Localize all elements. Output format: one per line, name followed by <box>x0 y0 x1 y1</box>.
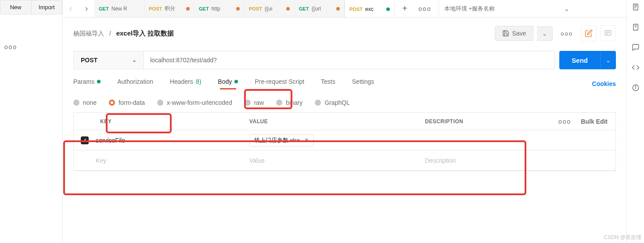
comment-icon <box>604 29 612 37</box>
method-label: POST <box>249 6 262 11</box>
modified-dot-icon <box>286 7 290 11</box>
method-label: POST <box>149 6 162 11</box>
tab-settings[interactable]: Settings <box>352 78 374 89</box>
breadcrumb-separator: / <box>109 30 111 37</box>
modified-dot-icon <box>386 7 390 11</box>
file-chip: 线上门店参数.xlsx ✕ <box>249 134 314 147</box>
tab-nav-prev[interactable]: ‹ <box>63 0 79 17</box>
tab-title: {{url <box>312 6 321 12</box>
tab-title: {{ui <box>265 6 272 12</box>
edit-icon-button[interactable] <box>581 25 597 41</box>
method-label: POST <box>349 7 363 12</box>
body-type-urlencoded[interactable]: x-www-form-urlencoded <box>157 99 232 106</box>
body-types: none form-data x-www-form-urlencoded raw… <box>73 99 616 106</box>
request-tabs: Params Authorization Headers 8) Body Pre… <box>73 78 616 89</box>
radio-off-icon <box>245 100 251 106</box>
save-label: Save <box>512 30 526 37</box>
tab-tests[interactable]: Tests <box>321 78 335 89</box>
body-type-raw[interactable]: raw <box>245 99 264 106</box>
tab-item[interactable]: POST{{ui <box>245 0 295 17</box>
method-label: GET <box>199 6 209 11</box>
chat-icon[interactable] <box>630 42 641 53</box>
svg-rect-7 <box>633 24 638 30</box>
radio-off-icon <box>157 100 163 106</box>
tab-item[interactable]: POSTexc <box>345 0 395 17</box>
row-value[interactable]: 线上门店参数.xlsx ✕ <box>249 134 425 147</box>
tab-body[interactable]: Body <box>218 78 238 89</box>
environment-select[interactable]: 本地环境 +服务名称 ⌄ <box>439 0 575 17</box>
tabs-bar: ‹ › GETNew RPOST积分GEThttpPOST{{uiGET{{ur… <box>63 0 626 18</box>
dot-indicator-icon <box>97 80 101 83</box>
bulk-edit-button[interactable]: Bulk Edit <box>581 118 608 125</box>
tab-title: exc <box>365 6 374 12</box>
modified-dot-icon <box>186 7 190 11</box>
chevron-down-icon: ⌄ <box>564 5 569 12</box>
row-checkbox[interactable]: ✓ <box>74 136 96 144</box>
title-more-icon[interactable]: ooo <box>556 28 577 39</box>
body-type-none[interactable]: none <box>73 99 97 106</box>
save-icon <box>502 30 509 37</box>
tab-title: 积分 <box>165 5 175 12</box>
method-value: POST <box>81 57 97 64</box>
save-dropdown-button[interactable]: ⌄ <box>537 26 553 41</box>
form-data-table: KEY VALUE DESCRIPTION ooo Bulk Edit ✓ se… <box>73 112 616 171</box>
table-more-icon[interactable]: ooo <box>558 118 571 125</box>
import-button[interactable]: Import <box>31 0 63 14</box>
placeholder-key: Key <box>96 157 249 164</box>
svg-rect-0 <box>605 31 611 36</box>
body-type-form-data[interactable]: form-data <box>109 99 145 106</box>
tab-nav-next[interactable]: › <box>79 0 94 17</box>
code-icon[interactable] <box>630 62 641 73</box>
breadcrumb-folder[interactable]: 杨国福导入 <box>73 30 104 37</box>
radio-off-icon <box>73 100 79 106</box>
placeholder-description: Description <box>425 157 615 164</box>
col-header-value: VALUE <box>249 118 425 125</box>
radio-on-icon <box>109 100 115 106</box>
new-button[interactable]: New <box>0 0 31 14</box>
note-icon[interactable] <box>630 22 641 32</box>
checkbox-on-icon: ✓ <box>81 136 89 144</box>
tab-item[interactable]: GETNew R <box>94 0 144 17</box>
tab-item[interactable]: GET{{url <box>295 0 345 17</box>
tab-params[interactable]: Params <box>73 78 101 89</box>
pencil-icon <box>585 29 593 37</box>
tabs-more-icon[interactable]: ooo <box>415 0 435 17</box>
col-header-description: DESCRIPTION <box>425 118 541 125</box>
tab-title: New R <box>112 6 127 12</box>
new-tab-button[interactable]: + <box>395 0 415 17</box>
tab-authorization[interactable]: Authorization <box>117 78 153 89</box>
tab-item[interactable]: POST积分 <box>144 0 194 17</box>
breadcrumb: 杨国福导入 / excel导入 拉取数据 <box>73 29 174 38</box>
left-sidebar: New Import ooo <box>0 0 63 243</box>
send-dropdown-button[interactable]: ⌄ <box>600 51 616 69</box>
chevron-down-icon: ⌄ <box>132 57 137 63</box>
table-row: ✓ serviceFile 线上门店参数.xlsx ✕ <box>74 130 615 150</box>
row-key[interactable]: serviceFile <box>96 137 249 144</box>
table-header: KEY VALUE DESCRIPTION ooo Bulk Edit <box>74 113 615 130</box>
svg-point-12 <box>635 86 636 86</box>
modified-dot-icon <box>236 7 240 11</box>
tab-title: http <box>212 6 220 12</box>
tab-prerequest[interactable]: Pre-request Script <box>255 78 304 89</box>
comment-icon-button[interactable] <box>600 25 616 41</box>
cookies-link[interactable]: Cookies <box>592 80 616 87</box>
info-icon[interactable] <box>630 82 641 93</box>
right-sidebar <box>626 0 644 243</box>
method-select[interactable]: POST ⌄ <box>73 51 144 69</box>
close-icon[interactable]: ✕ <box>304 137 309 143</box>
environment-label: 本地环境 +服务名称 <box>444 5 495 13</box>
method-label: GET <box>299 6 309 11</box>
table-row-placeholder[interactable]: Key Value Description <box>74 150 615 171</box>
body-type-graphql[interactable]: GraphQL <box>315 99 350 106</box>
tab-headers[interactable]: Headers 8) <box>170 78 201 89</box>
radio-off-icon <box>276 100 282 106</box>
body-type-binary[interactable]: binary <box>276 99 302 106</box>
send-button[interactable]: Send <box>559 51 600 69</box>
tab-item[interactable]: GEThttp <box>194 0 245 17</box>
sidebar-more-icon[interactable]: ooo <box>0 41 62 53</box>
save-button[interactable]: Save <box>495 26 533 41</box>
docs-icon[interactable] <box>630 2 641 12</box>
url-input[interactable] <box>144 51 555 69</box>
modified-dot-icon <box>336 7 340 11</box>
url-row: POST ⌄ Send ⌄ <box>73 51 616 69</box>
